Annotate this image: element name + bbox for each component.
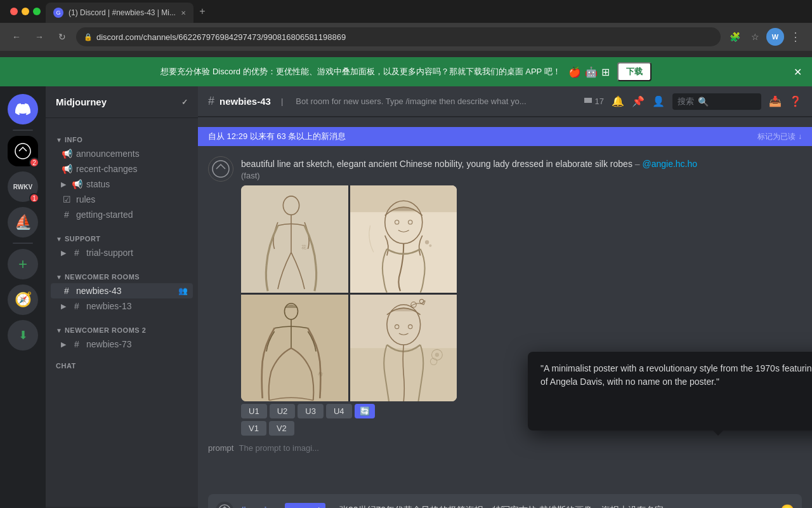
tooltip-popup: "A minimalist poster with a revolutionar…	[528, 352, 812, 431]
extensions-btn[interactable]: 🧩	[726, 28, 743, 46]
svg-point-25	[435, 352, 438, 356]
category-chevron-newcomer-2: ▼	[56, 327, 62, 334]
u2-btn[interactable]: U2	[270, 404, 296, 418]
add-server-btn[interactable]: +	[8, 249, 38, 279]
tab-favicon: G	[53, 8, 63, 18]
android-icon: 🤖	[585, 66, 598, 78]
channel-header-name: newbies-43	[219, 96, 271, 107]
channel-item-newbies-73[interactable]: ▶ # newbies-73	[51, 337, 193, 352]
banner-download-btn[interactable]: 下载	[617, 62, 652, 81]
messages-area[interactable]: 自从 12:29 以来有 63 条以上的新消息 标记为已读 ↓ beautifu…	[198, 117, 812, 494]
image-cell-2	[350, 185, 457, 293]
window-minimize-btn[interactable]	[22, 8, 29, 15]
window-maximize-btn[interactable]	[33, 8, 41, 15]
category-newcomer-rooms: ▼ NEWCOMER ROOMS # newbies-43 👥 ▶ # newb…	[46, 271, 198, 314]
server-sidebar: 2 RWKV 1 ⛵ + 🧭 ⬇	[0, 86, 46, 508]
refresh-btn[interactable]: ↻	[53, 28, 71, 46]
message-avatar	[208, 156, 233, 182]
server-name-header[interactable]: Midjourney ✓	[46, 86, 198, 118]
image-cell-4	[350, 295, 457, 402]
mark-as-read-label: 标记为已读	[757, 131, 796, 142]
svg-point-0	[15, 144, 30, 159]
channel-item-getting-started[interactable]: # getting-started	[51, 207, 193, 222]
channel-hash-icon: #	[61, 210, 72, 220]
server-icon-discord-home[interactable]	[8, 94, 38, 124]
v1-btn[interactable]: V1	[241, 421, 266, 436]
bookmark-btn[interactable]: ☆	[746, 28, 764, 46]
emoji-btn[interactable]: 😊	[780, 496, 794, 508]
dash-separator: –	[635, 159, 643, 169]
channel-item-newbies-43[interactable]: # newbies-43 👥	[51, 283, 193, 298]
mute-btn[interactable]: 🔔	[612, 95, 624, 107]
more-options-btn[interactable]: ⋮	[787, 28, 804, 46]
image-grid: 花	[241, 185, 457, 401]
thread-count: 17	[595, 97, 604, 106]
download-icon: ⬇	[18, 328, 28, 342]
window-close-btn[interactable]	[10, 8, 18, 15]
rwkv-label: RWKV	[13, 184, 32, 190]
header-actions: 17 🔔 📌 👤 搜索 🔍 📥 ❓	[583, 93, 802, 110]
server-name: Midjourney	[56, 97, 107, 107]
profile-area[interactable]: W	[766, 28, 784, 46]
svg-rect-2	[241, 185, 348, 293]
rwkv-badge: 1	[29, 193, 39, 203]
members-btn[interactable]: 👤	[652, 95, 665, 107]
channel-header-hash-icon: #	[208, 95, 214, 108]
channel-item-trial-support[interactable]: ▶ # trial-support	[51, 245, 193, 260]
tab-close-btn[interactable]: ✕	[181, 10, 186, 17]
midjourney-badge: 2	[29, 157, 39, 168]
image-cell-3: 梅	[241, 295, 348, 402]
category-header-support[interactable]: ▼ SUPPORT	[46, 232, 198, 245]
channel-item-status[interactable]: ▶ 📢 status	[51, 177, 193, 192]
forward-btn[interactable]: →	[30, 28, 48, 46]
browser-tab[interactable]: G (1) Discord | #newbies-43 | Mi... ✕	[46, 3, 193, 23]
channel-header-desc: Bot room for new users. Type /imagine th…	[296, 97, 577, 106]
chat-input-field[interactable]	[331, 498, 775, 508]
help-btn[interactable]: ❓	[789, 95, 802, 107]
image-cell-1: 花	[241, 185, 348, 293]
link-user[interactable]: @angie.hc.ho	[642, 159, 697, 169]
category-header-info[interactable]: ▼ INFO	[46, 133, 198, 146]
banner-text: 想要充分体验 Discord 的优势：更优性能、游戏中叠加面板，以及更多内容吗？…	[160, 66, 560, 77]
channel-hash-icon-73: #	[71, 339, 82, 349]
new-tab-btn[interactable]: +	[193, 3, 211, 20]
channel-item-recent-changes[interactable]: 📢 recent-changes	[51, 161, 193, 177]
u1-btn[interactable]: U1	[241, 404, 267, 418]
user-icon-43: 👥	[178, 286, 188, 295]
address-bar[interactable]: 🔒 discord.com/channels/66226797698429747…	[76, 27, 721, 46]
thread-btn[interactable]: 17	[583, 97, 604, 107]
channel-hash-icon-trial: #	[71, 248, 82, 258]
lock-icon: 🔒	[84, 33, 93, 41]
banner-icons: 🍎 🤖 ⊞	[568, 66, 610, 78]
banner-close-btn[interactable]: ✕	[794, 66, 802, 78]
channel-item-rules[interactable]: ☑ rules	[51, 192, 193, 207]
channel-item-announcements[interactable]: 📢 announcements	[51, 146, 193, 161]
server-divider-2	[13, 243, 33, 244]
expand-icon-trial: ▶	[61, 249, 66, 257]
server-icon-boat[interactable]: ⛵	[8, 207, 38, 237]
tab-title: (1) Discord | #newbies-43 | Mi...	[69, 8, 176, 17]
mark-as-read-btn[interactable]: 标记为已读 ↓	[757, 131, 802, 142]
category-header-newcomer[interactable]: ▼ NEWCOMER ROOMS	[46, 271, 198, 283]
download-server-btn[interactable]: ⬇	[8, 320, 38, 351]
explore-server-btn[interactable]: 🧭	[8, 284, 38, 315]
back-btn[interactable]: ←	[8, 28, 25, 46]
category-header-newcomer-2[interactable]: ▼ NEWCOMER ROOMS 2	[46, 324, 198, 337]
u4-btn[interactable]: U4	[326, 404, 352, 418]
address-text: discord.com/channels/662267976984297473/…	[96, 32, 346, 42]
server-icon-rwkv[interactable]: RWKV 1	[8, 171, 38, 202]
v2-btn[interactable]: V2	[269, 421, 294, 436]
channel-item-newbies-13[interactable]: ▶ # newbies-13	[51, 298, 193, 314]
unread-banner: 自从 12:29 以来有 63 条以上的新消息 标记为已读 ↓	[198, 127, 812, 146]
channel-check-icon: ☑	[61, 194, 72, 204]
chat-command-label: /imagine	[239, 498, 280, 508]
search-box[interactable]: 搜索 🔍	[672, 93, 761, 110]
pin-btn[interactable]: 📌	[632, 95, 645, 107]
refresh-btn[interactable]: 🔄	[355, 404, 375, 418]
plus-icon: +	[18, 255, 27, 273]
profile-icon: W	[766, 28, 784, 46]
inbox-btn[interactable]: 📥	[769, 95, 782, 107]
server-icon-midjourney[interactable]: 2	[8, 136, 38, 166]
u3-btn[interactable]: U3	[298, 404, 324, 418]
chat-input-area: /imagine prompt 😊	[198, 494, 812, 508]
